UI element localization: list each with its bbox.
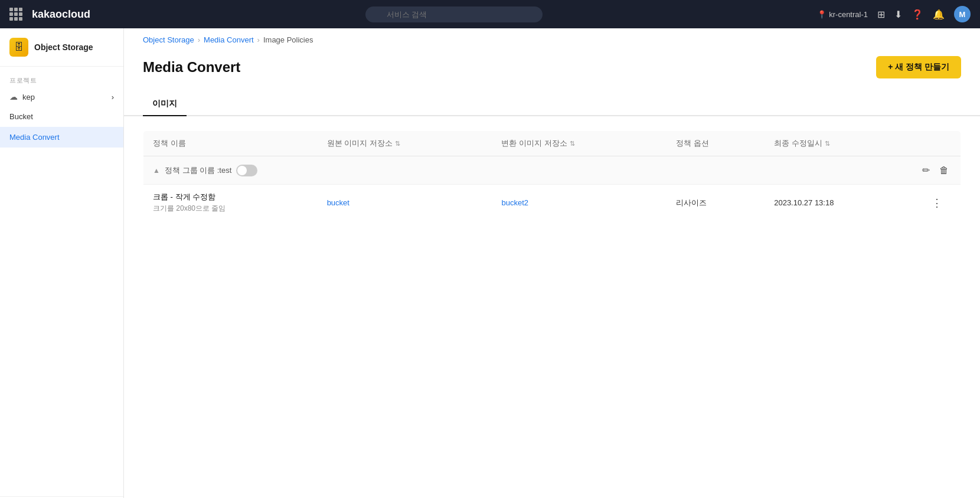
sidebar-item-bucket[interactable]: Bucket xyxy=(0,106,123,127)
original-storage-link[interactable]: bucket xyxy=(327,198,349,207)
sort-icon-converted[interactable]: ⇅ xyxy=(570,140,575,148)
sidebar-title: Object Storage xyxy=(34,42,93,52)
col-policy-options: 정책 옵션 xyxy=(667,131,765,156)
layout: 🗄 Object Storage 프로젝트 ☁ kep › Bucket Med… xyxy=(0,28,980,498)
page-title: Media Convert xyxy=(143,59,240,76)
search-wrap: 🔍 xyxy=(365,6,543,22)
policy-desc-text: 크기를 20x80으로 줄임 xyxy=(153,204,308,214)
breadcrumb-sep-1: › xyxy=(198,35,200,44)
chevron-right-icon: › xyxy=(112,93,114,101)
breadcrumb-object-storage[interactable]: Object Storage xyxy=(143,35,194,44)
top-navigation: kakaocloud 🔍 📍 kr-central-1 ⊞ ⬇ ❓ 🔔 M xyxy=(0,0,980,28)
sort-icon-last-modified[interactable]: ⇅ xyxy=(825,140,830,148)
breadcrumb: Object Storage › Media Convert › Image P… xyxy=(124,28,980,51)
tab-bar: 이미지 xyxy=(124,93,980,116)
last-modified-text: 2023.10.27 13:18 xyxy=(774,198,834,207)
policy-options-text: 리사이즈 xyxy=(676,198,707,207)
table-container: 정책 이름 원본 이미지 저장소 ⇅ 변환 이미지 저장소 ⇅ xyxy=(124,116,980,235)
group-toggle[interactable] xyxy=(236,165,257,176)
cell-original-storage: bucket xyxy=(318,185,492,221)
breadcrumb-sep-2: › xyxy=(257,35,260,44)
main-content: Object Storage › Media Convert › Image P… xyxy=(124,28,980,498)
group-delete-button[interactable]: 🗑 xyxy=(937,163,951,178)
avatar[interactable]: M xyxy=(954,6,971,22)
sidebar-bucket-label: Bucket xyxy=(9,112,33,121)
breadcrumb-image-policies: Image Policies xyxy=(263,35,313,44)
chevron-collapse-icon[interactable]: ▲ xyxy=(153,166,160,175)
sidebar-header: 🗄 Object Storage xyxy=(0,28,123,67)
table-row: 크롭 - 작게 수정함 크기를 20x80으로 줄임 bucket bucket… xyxy=(143,185,961,221)
sidebar: 🗄 Object Storage 프로젝트 ☁ kep › Bucket Med… xyxy=(0,28,124,498)
page-header: Media Convert + 새 정책 만들기 xyxy=(124,51,980,93)
notification-icon[interactable]: 🔔 xyxy=(933,9,945,20)
table-body: ▲ 정책 그룹 이름 :test ✏ 🗑 xyxy=(143,156,961,221)
cell-policy-name: 크롭 - 작게 수정함 크기를 20x80으로 줄임 xyxy=(143,185,318,221)
table-header: 정책 이름 원본 이미지 저장소 ⇅ 변환 이미지 저장소 ⇅ xyxy=(143,131,961,156)
group-edit-button[interactable]: ✏ xyxy=(920,162,932,178)
col-original-storage: 원본 이미지 저장소 ⇅ xyxy=(318,131,492,156)
breadcrumb-media-convert[interactable]: Media Convert xyxy=(204,35,254,44)
row-more-button[interactable]: ⋮ xyxy=(929,194,945,212)
search-input[interactable] xyxy=(365,6,543,22)
project-section-label: 프로젝트 xyxy=(0,67,123,87)
converted-storage-link[interactable]: bucket2 xyxy=(501,198,528,207)
cell-policy-options: 리사이즈 xyxy=(667,185,765,221)
cell-last-modified: 2023.10.27 13:18 xyxy=(765,185,913,221)
col-converted-storage: 변환 이미지 저장소 ⇅ xyxy=(492,131,667,156)
project-left: ☁ kep xyxy=(9,92,35,101)
sidebar-project-kep[interactable]: ☁ kep › xyxy=(0,87,123,106)
sidebar-media-convert-label: Media Convert xyxy=(9,133,60,142)
location-icon: 📍 xyxy=(817,10,827,19)
grid-menu-icon[interactable] xyxy=(9,8,22,21)
group-row-test: ▲ 정책 그룹 이름 :test ✏ 🗑 xyxy=(143,156,961,185)
region-selector[interactable]: 📍 kr-central-1 xyxy=(817,10,868,19)
logo: kakaocloud xyxy=(32,8,90,21)
col-policy-name: 정책 이름 xyxy=(143,131,318,156)
tab-image[interactable]: 이미지 xyxy=(143,93,187,116)
storage-icon: 🗄 xyxy=(9,38,28,57)
col-last-modified: 최종 수정일시 ⇅ xyxy=(765,131,913,156)
project-name: kep xyxy=(22,93,35,101)
group-label-text: 정책 그룹 이름 :test xyxy=(165,165,231,176)
cloud-icon: ☁ xyxy=(9,92,18,101)
topnav-right: 📍 kr-central-1 ⊞ ⬇ ❓ 🔔 M xyxy=(817,6,971,22)
logo-text: kakaocloud xyxy=(32,8,90,21)
col-actions-header xyxy=(914,131,961,156)
new-policy-button[interactable]: + 새 정책 만들기 xyxy=(876,56,961,78)
sidebar-item-media-convert[interactable]: Media Convert xyxy=(0,127,123,148)
search-area: 🔍 xyxy=(100,6,808,22)
sort-icon-original[interactable]: ⇅ xyxy=(395,140,400,148)
windows-icon[interactable]: ⊞ xyxy=(877,9,885,20)
cell-converted-storage: bucket2 xyxy=(492,185,667,221)
download-icon[interactable]: ⬇ xyxy=(894,9,902,20)
region-label: kr-central-1 xyxy=(829,10,868,19)
cell-row-actions: ⋮ xyxy=(914,185,961,221)
policy-name-text: 크롭 - 작게 수정함 xyxy=(153,192,308,202)
policy-table: 정책 이름 원본 이미지 저장소 ⇅ 변환 이미지 저장소 ⇅ xyxy=(143,130,961,221)
help-icon[interactable]: ❓ xyxy=(912,9,923,20)
